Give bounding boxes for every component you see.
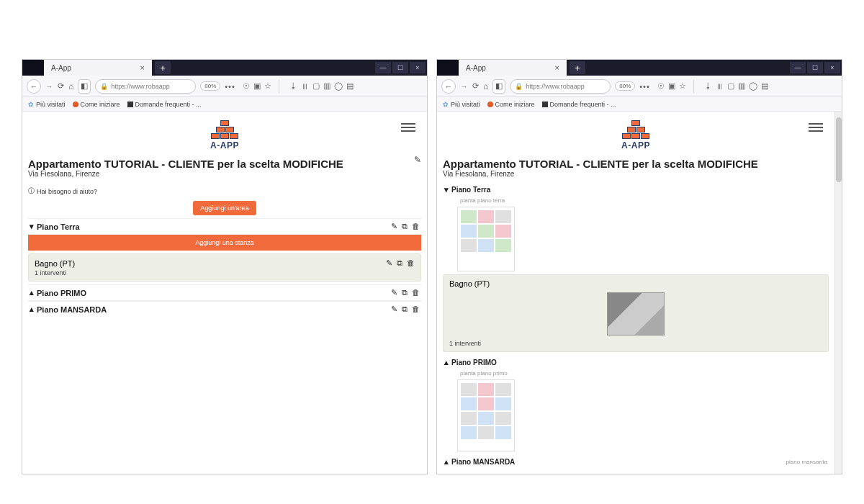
reload-button[interactable]: ⟳ [58, 81, 64, 91]
account-icon[interactable]: ◯ [334, 81, 343, 91]
scrollbar-thumb[interactable] [836, 117, 842, 182]
hamburger-menu[interactable] [401, 123, 415, 132]
area-row-primo[interactable]: ▴Piano PRIMO ✎ ⧉ 🗑 [28, 284, 421, 301]
edit-icon[interactable]: ✎ [391, 222, 397, 231]
edit-project-icon[interactable]: ✎ [414, 155, 421, 165]
home-button[interactable]: ⌂ [68, 81, 73, 91]
hamburger-menu[interactable] [809, 123, 823, 132]
extension-icon-1[interactable]: ▢ [727, 81, 734, 91]
reader-icon[interactable]: ☉ [243, 81, 250, 91]
bookmark-most-visited[interactable]: ✿ Più visitati [28, 101, 66, 108]
bookmark-most-visited[interactable]: ✿Più visitati [443, 101, 480, 108]
bookmark-label: Domande frequenti - ... [550, 101, 616, 108]
forward-button[interactable]: → [460, 82, 468, 91]
library-icon[interactable]: ⫼ [301, 81, 309, 91]
brick-icon [211, 120, 238, 139]
app-logo[interactable]: A-APP [210, 120, 239, 150]
toolbar-icons-right: ⭳ ⫼ ▢ ▥ ◯ ▤ [289, 81, 354, 91]
reader-icon[interactable]: ☉ [657, 81, 665, 91]
tab-spacer [22, 60, 44, 76]
maximize-button[interactable]: ☐ [392, 62, 408, 73]
delete-icon[interactable]: 🗑 [407, 258, 415, 268]
zoom-indicator[interactable]: 80% [615, 81, 635, 91]
extension-icon-2[interactable]: ▥ [738, 81, 745, 91]
toolbar-separator [279, 80, 279, 93]
more-icon[interactable]: ••• [639, 82, 650, 91]
download-icon[interactable]: ⭳ [289, 81, 297, 91]
copy-icon[interactable]: ⧉ [397, 258, 402, 268]
edit-icon[interactable]: ✎ [391, 288, 397, 297]
logo-text: A-APP [210, 140, 239, 150]
help-link[interactable]: ⓘ Hai bisogno di aiuto? [28, 186, 421, 196]
edit-icon[interactable]: ✎ [391, 305, 397, 314]
new-tab-button[interactable]: + [155, 61, 171, 74]
area-name: Piano Terra [37, 222, 80, 231]
room-card-bagno[interactable]: Bagno (PT) ✎ ⧉ 🗑 1 interventi [28, 253, 421, 282]
bookmark-label: Come iniziare [81, 101, 120, 108]
zoom-indicator[interactable]: 80% [200, 81, 220, 91]
close-window-button[interactable]: × [824, 62, 840, 73]
app-logo[interactable]: A-APP [621, 120, 650, 150]
forward-button[interactable]: → [45, 82, 53, 91]
bookmark-getting-started[interactable]: Come iniziare [73, 101, 120, 108]
edit-icon[interactable]: ✎ [386, 258, 392, 268]
download-icon[interactable]: ⭳ [704, 81, 712, 91]
add-room-button[interactable]: Aggiungi una stanza [28, 235, 421, 251]
minimize-button[interactable]: — [790, 62, 806, 73]
delete-icon[interactable]: 🗑 [412, 305, 420, 314]
add-area-button[interactable]: Aggiungi un'area [193, 201, 256, 215]
area-row-terra[interactable]: ▾Piano Terra ✎ ⧉ 🗑 [28, 218, 421, 235]
vertical-scrollbar[interactable] [834, 112, 842, 474]
more-icon[interactable]: ••• [225, 82, 235, 91]
menu-icon[interactable]: ▤ [761, 81, 768, 91]
back-button[interactable]: ← [27, 79, 41, 94]
screenshot-icon[interactable]: ▣ [253, 81, 261, 91]
shield-icon[interactable]: ◧ [492, 79, 505, 94]
close-window-button[interactable]: × [410, 62, 426, 73]
bookmark-getting-started[interactable]: Come iniziare [487, 101, 535, 108]
browser-tab[interactable]: A-App × [459, 60, 567, 76]
home-button[interactable]: ⌂ [483, 81, 488, 91]
library-icon[interactable]: ⫼ [716, 81, 724, 91]
plan-label: pianta piano terra [460, 197, 829, 204]
back-button[interactable]: ← [441, 79, 456, 94]
room-photo-thumbnail[interactable] [607, 292, 665, 336]
screenshot-icon[interactable]: ▣ [668, 81, 675, 91]
copy-icon[interactable]: ⧉ [402, 305, 408, 314]
extension-icon-2[interactable]: ▥ [323, 81, 330, 91]
star-icon[interactable]: ☆ [679, 81, 686, 91]
area-row-primo[interactable]: ▴Piano PRIMO [443, 355, 829, 370]
url-bar[interactable]: 🔒 https://www.robaapp [510, 79, 611, 94]
bookmark-faq[interactable]: Domande frequenti - ... [542, 101, 616, 108]
menu-icon[interactable]: ▤ [346, 81, 354, 91]
close-tab-icon[interactable]: × [555, 63, 559, 72]
lock-icon: 🔒 [515, 83, 523, 90]
maximize-button[interactable]: ☐ [807, 62, 823, 73]
area-row-mansarda[interactable]: ▴Piano MANSARDA ✎ ⧉ 🗑 [28, 301, 421, 317]
logo-text: A-APP [621, 140, 650, 150]
floorplan-thumbnail-primo[interactable] [457, 379, 515, 451]
extension-icon-1[interactable]: ▢ [312, 81, 320, 91]
account-icon[interactable]: ◯ [749, 81, 757, 91]
star-icon[interactable]: ☆ [264, 81, 271, 91]
reload-button[interactable]: ⟳ [472, 81, 479, 91]
room-card-bagno[interactable]: Bagno (PT) 1 interventi [443, 274, 829, 352]
floorplan-thumbnail-terra[interactable] [457, 207, 515, 271]
browser-tab[interactable]: A-App × [44, 60, 152, 76]
copy-icon[interactable]: ⧉ [402, 222, 408, 231]
area-row-terra[interactable]: ▾Piano Terra [443, 182, 829, 197]
delete-icon[interactable]: 🗑 [412, 222, 420, 231]
url-text: https://www.robaapp [526, 83, 585, 90]
delete-icon[interactable]: 🗑 [412, 288, 420, 297]
close-tab-icon[interactable]: × [140, 63, 145, 72]
area-row-mansarda[interactable]: ▴Piano MANSARDA piano mansarda [443, 454, 829, 469]
bookmark-label: Più visitati [451, 101, 480, 108]
bookmark-faq[interactable]: Domande frequenti - ... [127, 101, 202, 108]
minimize-button[interactable]: — [375, 62, 391, 73]
url-text: https://www.robaapp [111, 83, 170, 90]
copy-icon[interactable]: ⧉ [402, 288, 408, 297]
page-title: Appartamento TUTORIAL - CLIENTE per la s… [28, 158, 343, 170]
new-tab-button[interactable]: + [570, 61, 585, 74]
url-bar[interactable]: 🔒 https://www.robaapp [95, 79, 196, 94]
shield-icon[interactable]: ◧ [78, 79, 91, 94]
